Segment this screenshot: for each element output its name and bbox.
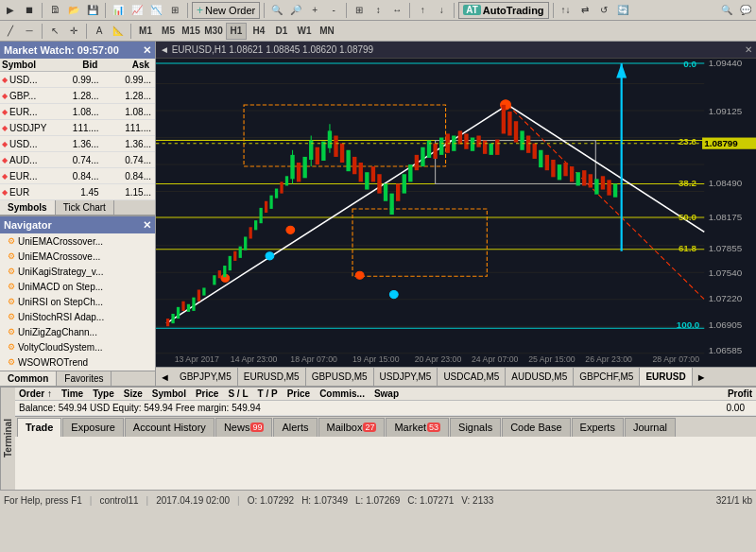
navigator-close[interactable]: ✕: [143, 219, 151, 232]
mw-row-3[interactable]: ◆USDJPY 111.... 111....: [0, 120, 155, 136]
svg-rect-47: [254, 220, 257, 230]
toolbar-btn-6[interactable]: 📊: [110, 2, 127, 19]
toolbar-btn-12[interactable]: +: [306, 2, 323, 19]
tf-h4[interactable]: H4: [249, 23, 269, 40]
nav-tab-common[interactable]: Common: [0, 371, 57, 386]
mw-tab-symbols[interactable]: Symbols: [0, 200, 56, 215]
tab-scroll-right[interactable]: ►: [693, 371, 711, 383]
nav-item-8[interactable]: ⚙WSOWROTrend: [0, 354, 155, 370]
nav-item-3[interactable]: ⚙UniMACD on Step...: [0, 279, 155, 294]
toolbar-btn-20[interactable]: ⇄: [576, 2, 593, 19]
tf-w1[interactable]: W1: [294, 23, 315, 40]
toolbar-btn-18[interactable]: ↓: [433, 2, 450, 19]
bottom-tab-signals[interactable]: Signals: [450, 418, 501, 437]
bottom-tab-journal[interactable]: Journal: [625, 418, 676, 437]
toolbar-btn-11[interactable]: 🔎: [287, 2, 304, 19]
toolbar-btn-7[interactable]: 📈: [129, 2, 146, 19]
toolbar-btn-search[interactable]: 🔍: [718, 2, 735, 19]
chart-tab-3[interactable]: USDJPY,M5: [374, 368, 438, 386]
autotrading-button[interactable]: AT AutoTrading: [458, 2, 548, 19]
chart-tab-2[interactable]: GBPUSD,M5: [306, 368, 374, 386]
toolbar-btn-16[interactable]: ↔: [388, 2, 405, 19]
toolbar-btn-3[interactable]: 🖺: [46, 2, 63, 19]
nav-item-1[interactable]: ⚙UniEMACrossove...: [0, 249, 155, 264]
mw-row-6[interactable]: ◆EUR... 0.84... 0.84...: [0, 168, 155, 184]
bottom-tab-mailbox[interactable]: Mailbox27: [318, 418, 386, 437]
tf-m30[interactable]: M30: [203, 23, 224, 40]
col-symbol: Symbol: [152, 388, 186, 399]
toolbar-btn-4[interactable]: 📂: [65, 2, 82, 19]
nav-tab-favorites[interactable]: Favorites: [57, 371, 112, 386]
hline-tool[interactable]: ─: [21, 23, 38, 40]
toolbar-btn-refresh[interactable]: 🔄: [614, 2, 631, 19]
nav-item-5[interactable]: ⚙UniStochRSI Adap...: [0, 309, 155, 324]
terminal-side-label[interactable]: Terminal: [0, 388, 15, 490]
toolbar-btn-19[interactable]: ↑↓: [558, 2, 575, 19]
mw-row-0[interactable]: ◆USD... 0.99... 0.99...: [0, 72, 155, 88]
toolbar-btn-chat[interactable]: 💬: [737, 2, 754, 19]
toolbar-btn-2[interactable]: ⏹: [21, 2, 38, 19]
bottom-tab-codebase[interactable]: Code Base: [502, 418, 570, 437]
chart-tab-1[interactable]: EURUSD,M5: [238, 368, 306, 386]
mw-row-2[interactable]: ◆EUR... 1.08... 1.08...: [0, 104, 155, 120]
sep3: [187, 3, 188, 18]
toolbar-btn-17[interactable]: ↑: [414, 2, 431, 19]
chart-tab-5[interactable]: AUDUSD,M5: [506, 368, 574, 386]
nav-item-4[interactable]: ⚙UniRSI on StepCh...: [0, 294, 155, 309]
toolbar-btn-8[interactable]: 📉: [147, 2, 164, 19]
nav-item-0[interactable]: ⚙UniEMACrossover...: [0, 233, 155, 249]
tab-scroll-left[interactable]: ◄: [156, 371, 174, 383]
chart-tab-0[interactable]: GBPJPY,M5: [174, 368, 238, 386]
diamond-icon-4: ◆: [2, 140, 8, 148]
bottom-tab-alerts[interactable]: Alerts: [273, 418, 317, 437]
toolbar-btn-13[interactable]: -: [325, 2, 342, 19]
chart-tab-4[interactable]: USDCAD,M5: [438, 368, 506, 386]
col-symbol: Symbol: [2, 60, 50, 70]
toolbar-btn-5[interactable]: 💾: [84, 2, 101, 19]
svg-rect-90: [490, 144, 493, 155]
crosshair-tool[interactable]: ✛: [65, 23, 82, 40]
col-price2: Price: [287, 388, 310, 399]
line-tool[interactable]: ╱: [2, 23, 19, 40]
nav-item-7[interactable]: ⚙VoltyCloudSystem...: [0, 339, 155, 354]
toolbar-btn-15[interactable]: ↕: [369, 2, 387, 19]
toolbar-btn-1[interactable]: ▶: [2, 2, 19, 19]
toolbar-btn-14[interactable]: ⊞: [351, 2, 368, 19]
tf-m15[interactable]: M15: [180, 23, 201, 40]
nav-item-2[interactable]: ⚙UniKagiStrategy_v...: [0, 264, 155, 279]
new-order-button[interactable]: + New Order: [192, 2, 260, 19]
bottom-tab-news[interactable]: News99: [215, 418, 273, 437]
nav-item-6[interactable]: ⚙UniZigZagChann...: [0, 324, 155, 339]
bottom-tab-trade[interactable]: Trade: [17, 418, 61, 437]
svg-text:1.07540: 1.07540: [709, 268, 743, 279]
mw-tab-tick[interactable]: Tick Chart: [56, 200, 114, 215]
bottom-tab-account-history[interactable]: Account History: [125, 418, 215, 437]
market-watch-close[interactable]: ✕: [143, 44, 151, 57]
tf-m5[interactable]: M5: [158, 23, 179, 40]
mw-row-5[interactable]: ◆AUD... 0.74... 0.74...: [0, 152, 155, 168]
mw-row-7[interactable]: ◆EUR 1.45 1.15...: [0, 184, 155, 200]
chart-tab-7[interactable]: EURUSD: [640, 368, 692, 386]
col-price: Price: [196, 388, 218, 399]
bottom-tab-experts[interactable]: Experts: [572, 418, 624, 437]
toolbar-btn-21[interactable]: ↺: [595, 2, 612, 19]
cursor-tool[interactable]: ↖: [46, 23, 63, 40]
svg-point-36: [355, 271, 364, 279]
chart-close-btn[interactable]: ✕: [745, 44, 752, 55]
chart-tab-6[interactable]: GBPCHF,M5: [574, 368, 640, 386]
bottom-tab-market[interactable]: Market53: [386, 418, 449, 437]
toolbar-btn-10[interactable]: 🔍: [268, 2, 285, 19]
tf-m1[interactable]: M1: [135, 23, 156, 40]
tf-h1[interactable]: H1: [226, 23, 247, 40]
fib-tool[interactable]: 📐: [110, 23, 127, 40]
toolbar-btn-9[interactable]: ⊞: [166, 2, 183, 19]
chart-canvas[interactable]: 1.09440 1.09125 1.08799 1.08490 1.08175 …: [156, 59, 756, 367]
tf-mn[interactable]: MN: [317, 23, 337, 40]
mw-row-4[interactable]: ◆USD... 1.36... 1.36...: [0, 136, 155, 152]
svg-rect-33: [202, 287, 205, 295]
mw-row-1[interactable]: ◆GBP... 1.28... 1.28...: [0, 88, 155, 104]
col-bid: Bid: [50, 60, 102, 70]
bottom-tab-exposure[interactable]: Exposure: [62, 418, 123, 437]
text-tool[interactable]: A: [91, 23, 108, 40]
tf-d1[interactable]: D1: [271, 23, 292, 40]
